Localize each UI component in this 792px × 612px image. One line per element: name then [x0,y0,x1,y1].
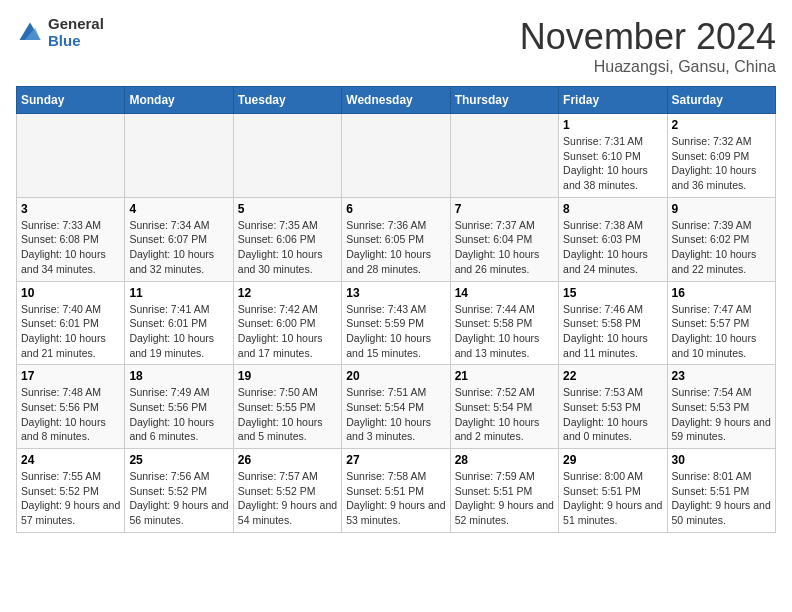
calendar-cell [342,114,450,198]
calendar-cell: 18Sunrise: 7:49 AM Sunset: 5:56 PM Dayli… [125,365,233,449]
calendar-week-4: 17Sunrise: 7:48 AM Sunset: 5:56 PM Dayli… [17,365,776,449]
day-info: Sunrise: 7:52 AM Sunset: 5:54 PM Dayligh… [455,385,554,444]
calendar-header: SundayMondayTuesdayWednesdayThursdayFrid… [17,87,776,114]
day-info: Sunrise: 7:51 AM Sunset: 5:54 PM Dayligh… [346,385,445,444]
day-info: Sunrise: 7:35 AM Sunset: 6:06 PM Dayligh… [238,218,337,277]
logo-icon [16,19,44,47]
calendar-cell: 1Sunrise: 7:31 AM Sunset: 6:10 PM Daylig… [559,114,667,198]
calendar-cell: 30Sunrise: 8:01 AM Sunset: 5:51 PM Dayli… [667,449,775,533]
calendar-cell: 16Sunrise: 7:47 AM Sunset: 5:57 PM Dayli… [667,281,775,365]
calendar-cell [233,114,341,198]
day-number: 20 [346,369,445,383]
weekday-header-sunday: Sunday [17,87,125,114]
calendar-cell: 5Sunrise: 7:35 AM Sunset: 6:06 PM Daylig… [233,197,341,281]
calendar-cell: 14Sunrise: 7:44 AM Sunset: 5:58 PM Dayli… [450,281,558,365]
day-number: 24 [21,453,120,467]
day-number: 7 [455,202,554,216]
calendar-cell: 4Sunrise: 7:34 AM Sunset: 6:07 PM Daylig… [125,197,233,281]
day-info: Sunrise: 7:47 AM Sunset: 5:57 PM Dayligh… [672,302,771,361]
calendar-cell: 6Sunrise: 7:36 AM Sunset: 6:05 PM Daylig… [342,197,450,281]
day-info: Sunrise: 7:42 AM Sunset: 6:00 PM Dayligh… [238,302,337,361]
day-info: Sunrise: 7:41 AM Sunset: 6:01 PM Dayligh… [129,302,228,361]
title-area: November 2024 Huazangsi, Gansu, China [520,16,776,76]
day-info: Sunrise: 7:36 AM Sunset: 6:05 PM Dayligh… [346,218,445,277]
day-number: 6 [346,202,445,216]
logo-general-text: General [48,16,104,33]
day-info: Sunrise: 7:57 AM Sunset: 5:52 PM Dayligh… [238,469,337,528]
calendar-cell: 20Sunrise: 7:51 AM Sunset: 5:54 PM Dayli… [342,365,450,449]
calendar-cell: 29Sunrise: 8:00 AM Sunset: 5:51 PM Dayli… [559,449,667,533]
day-info: Sunrise: 7:54 AM Sunset: 5:53 PM Dayligh… [672,385,771,444]
calendar-cell [450,114,558,198]
day-info: Sunrise: 7:48 AM Sunset: 5:56 PM Dayligh… [21,385,120,444]
day-number: 13 [346,286,445,300]
day-info: Sunrise: 8:00 AM Sunset: 5:51 PM Dayligh… [563,469,662,528]
day-info: Sunrise: 7:38 AM Sunset: 6:03 PM Dayligh… [563,218,662,277]
weekday-header-tuesday: Tuesday [233,87,341,114]
day-number: 10 [21,286,120,300]
header: General Blue November 2024 Huazangsi, Ga… [16,16,776,76]
day-number: 21 [455,369,554,383]
calendar-week-5: 24Sunrise: 7:55 AM Sunset: 5:52 PM Dayli… [17,449,776,533]
calendar-cell [125,114,233,198]
calendar-cell: 23Sunrise: 7:54 AM Sunset: 5:53 PM Dayli… [667,365,775,449]
calendar-cell: 13Sunrise: 7:43 AM Sunset: 5:59 PM Dayli… [342,281,450,365]
calendar-cell: 3Sunrise: 7:33 AM Sunset: 6:08 PM Daylig… [17,197,125,281]
day-info: Sunrise: 7:58 AM Sunset: 5:51 PM Dayligh… [346,469,445,528]
weekday-header-wednesday: Wednesday [342,87,450,114]
calendar-cell: 25Sunrise: 7:56 AM Sunset: 5:52 PM Dayli… [125,449,233,533]
day-info: Sunrise: 7:50 AM Sunset: 5:55 PM Dayligh… [238,385,337,444]
weekday-header-friday: Friday [559,87,667,114]
day-info: Sunrise: 7:44 AM Sunset: 5:58 PM Dayligh… [455,302,554,361]
calendar-cell [17,114,125,198]
day-info: Sunrise: 7:43 AM Sunset: 5:59 PM Dayligh… [346,302,445,361]
day-info: Sunrise: 7:55 AM Sunset: 5:52 PM Dayligh… [21,469,120,528]
month-title: November 2024 [520,16,776,58]
calendar-cell: 22Sunrise: 7:53 AM Sunset: 5:53 PM Dayli… [559,365,667,449]
calendar-cell: 9Sunrise: 7:39 AM Sunset: 6:02 PM Daylig… [667,197,775,281]
day-number: 17 [21,369,120,383]
day-number: 19 [238,369,337,383]
day-number: 3 [21,202,120,216]
weekday-header-monday: Monday [125,87,233,114]
day-number: 8 [563,202,662,216]
calendar-cell: 11Sunrise: 7:41 AM Sunset: 6:01 PM Dayli… [125,281,233,365]
day-info: Sunrise: 7:53 AM Sunset: 5:53 PM Dayligh… [563,385,662,444]
day-number: 23 [672,369,771,383]
day-number: 22 [563,369,662,383]
calendar-cell: 17Sunrise: 7:48 AM Sunset: 5:56 PM Dayli… [17,365,125,449]
day-info: Sunrise: 7:49 AM Sunset: 5:56 PM Dayligh… [129,385,228,444]
day-number: 12 [238,286,337,300]
day-number: 26 [238,453,337,467]
day-number: 4 [129,202,228,216]
day-number: 1 [563,118,662,132]
day-number: 25 [129,453,228,467]
day-number: 2 [672,118,771,132]
day-number: 5 [238,202,337,216]
day-number: 29 [563,453,662,467]
calendar-table: SundayMondayTuesdayWednesdayThursdayFrid… [16,86,776,533]
day-info: Sunrise: 7:59 AM Sunset: 5:51 PM Dayligh… [455,469,554,528]
calendar-cell: 8Sunrise: 7:38 AM Sunset: 6:03 PM Daylig… [559,197,667,281]
calendar-cell: 27Sunrise: 7:58 AM Sunset: 5:51 PM Dayli… [342,449,450,533]
day-number: 27 [346,453,445,467]
calendar-cell: 24Sunrise: 7:55 AM Sunset: 5:52 PM Dayli… [17,449,125,533]
calendar-week-3: 10Sunrise: 7:40 AM Sunset: 6:01 PM Dayli… [17,281,776,365]
calendar-cell: 28Sunrise: 7:59 AM Sunset: 5:51 PM Dayli… [450,449,558,533]
day-number: 30 [672,453,771,467]
calendar-week-1: 1Sunrise: 7:31 AM Sunset: 6:10 PM Daylig… [17,114,776,198]
calendar-week-2: 3Sunrise: 7:33 AM Sunset: 6:08 PM Daylig… [17,197,776,281]
calendar-cell: 21Sunrise: 7:52 AM Sunset: 5:54 PM Dayli… [450,365,558,449]
day-info: Sunrise: 7:34 AM Sunset: 6:07 PM Dayligh… [129,218,228,277]
day-number: 16 [672,286,771,300]
logo: General Blue [16,16,104,49]
logo-blue-text: Blue [48,33,104,50]
calendar-cell: 15Sunrise: 7:46 AM Sunset: 5:58 PM Dayli… [559,281,667,365]
location-title: Huazangsi, Gansu, China [520,58,776,76]
day-info: Sunrise: 8:01 AM Sunset: 5:51 PM Dayligh… [672,469,771,528]
day-number: 14 [455,286,554,300]
day-info: Sunrise: 7:33 AM Sunset: 6:08 PM Dayligh… [21,218,120,277]
day-number: 28 [455,453,554,467]
day-info: Sunrise: 7:46 AM Sunset: 5:58 PM Dayligh… [563,302,662,361]
weekday-header-thursday: Thursday [450,87,558,114]
